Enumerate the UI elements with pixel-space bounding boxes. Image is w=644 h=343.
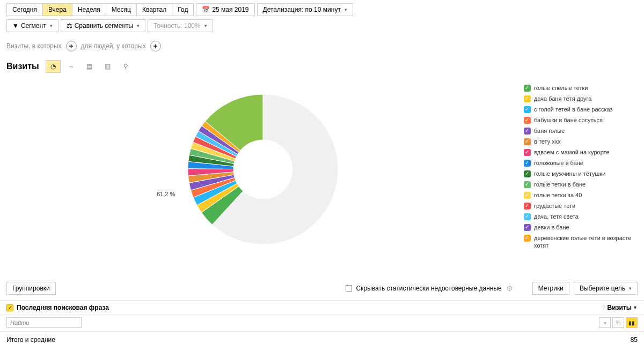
search-row: ▾ % ▮▮ — [0, 315, 644, 331]
total-label: Итого и средние — [6, 336, 55, 343]
detail-select[interactable]: Детализация: по 10 минут — [257, 3, 353, 16]
legend-label: дача баня тётя друга — [534, 95, 591, 102]
sort-desc-icon[interactable]: ▼ — [633, 305, 638, 310]
legend-check-icon[interactable] — [524, 117, 531, 124]
legend-item[interactable]: голые тетки за 40 — [524, 190, 641, 200]
search-input[interactable] — [6, 317, 82, 328]
legend[interactable]: голые спелые теткидача баня тётя другас … — [519, 78, 643, 255]
legend-check-icon[interactable] — [524, 213, 531, 220]
legend-item[interactable]: голые мужчины и тётушки — [524, 168, 641, 179]
segment-toolbar: ▼ Сегмент ⚖ Сравнить сегменты Точность: … — [0, 19, 644, 35]
legend-item[interactable]: грудастые тети — [524, 200, 641, 211]
gear-icon[interactable]: ⚙ — [506, 284, 513, 293]
donut-chart: 61,2 % — [6, 78, 519, 260]
bars-icon[interactable]: ▮▮ — [626, 317, 638, 328]
table-header: Последняя поисковая фраза ? Визиты ▼ — [0, 300, 644, 315]
legend-label: вдвоем с мамой на курорте — [534, 148, 610, 156]
legend-label: голожопые в бане — [534, 159, 583, 167]
top-toolbar: СегодняВчераНеделяМесяцКварталГод 📅 25 м… — [0, 0, 644, 19]
percent-icon[interactable]: % — [612, 317, 624, 328]
legend-check-icon[interactable] — [524, 192, 531, 199]
legend-item[interactable]: голожопые в бане — [524, 158, 641, 168]
legend-item[interactable]: в тету ххх — [524, 136, 641, 147]
legend-check-icon[interactable] — [524, 203, 531, 210]
legend-check-icon[interactable] — [524, 85, 531, 92]
add-visit-filter[interactable]: + — [66, 41, 77, 51]
legend-label: девки в бане — [534, 223, 569, 231]
date-picker[interactable]: 📅 25 мая 2019 — [196, 3, 254, 16]
legend-item[interactable]: голые спелые тетки — [524, 83, 641, 93]
select-goal-button[interactable]: Выберите цель — [574, 282, 638, 295]
legend-item[interactable]: бабушки в бане сосуться — [524, 115, 641, 125]
legend-label: в тету ххх — [534, 138, 561, 145]
period-4[interactable]: Квартал — [136, 3, 172, 16]
period-2[interactable]: Неделя — [72, 3, 106, 16]
viz-header: Визиты ◔ ～ ▤ ▥ ⚲ — [0, 57, 644, 78]
legend-check-icon[interactable] — [524, 170, 531, 177]
legend-label: голые тетки в бане — [534, 181, 586, 188]
period-group: СегодняВчераНеделяМесяцКварталГод — [6, 3, 194, 16]
filter-sentence: Визиты, в которых + для людей, у которых… — [0, 35, 644, 57]
legend-check-icon[interactable] — [524, 138, 531, 145]
visits-col-title[interactable]: Визиты — [608, 304, 632, 311]
date-label: 25 мая 2019 — [212, 6, 248, 13]
total-row: Итого и средние 85 — [0, 331, 644, 343]
legend-check-icon[interactable] — [524, 160, 531, 167]
period-0[interactable]: Сегодня — [6, 3, 42, 16]
phrase-col-title[interactable]: Последняя поисковая фраза — [17, 304, 109, 311]
chart-line-icon[interactable]: ～ — [64, 60, 79, 73]
calendar-icon: 📅 — [202, 6, 210, 13]
legend-check-icon[interactable] — [524, 106, 531, 113]
chart-area-icon[interactable]: ▤ — [82, 60, 97, 73]
funnel-icon: ▼ — [12, 22, 19, 29]
compare-icon: ⚖ — [67, 22, 72, 29]
donut-other-label: 61,2 % — [157, 191, 175, 197]
legend-label: деревенские голые тёти в возрасте хотят — [534, 234, 641, 249]
groupings-button[interactable]: Группировки — [6, 282, 56, 295]
phrase-col-checkbox[interactable] — [6, 304, 13, 311]
accuracy-button[interactable]: Точность: 100% — [148, 19, 213, 32]
total-value: 85 — [631, 336, 638, 343]
legend-check-icon[interactable] — [524, 149, 531, 156]
help-icon[interactable]: ? — [602, 305, 605, 311]
add-people-filter[interactable]: + — [150, 41, 161, 51]
legend-label: баня голые — [534, 127, 565, 135]
chart-bar-icon[interactable]: ▥ — [100, 60, 115, 73]
hide-unreliable-checkbox[interactable] — [346, 285, 352, 292]
chart-donut-icon[interactable]: ◔ — [46, 60, 61, 73]
legend-item[interactable]: деревенские голые тёти в возрасте хотят — [524, 233, 641, 251]
legend-label: бабушки в бане сосуться — [534, 116, 603, 124]
legend-check-icon[interactable] — [524, 181, 531, 188]
legend-label: голые мужчины и тётушки — [534, 170, 605, 177]
legend-item[interactable]: дача, тетя света — [524, 211, 641, 222]
period-3[interactable]: Месяц — [106, 3, 136, 16]
legend-label: голые тетки за 40 — [534, 191, 582, 199]
legend-check-icon[interactable] — [524, 235, 531, 242]
legend-check-icon[interactable] — [524, 95, 531, 102]
bottom-bar: Группировки Скрывать статистически недос… — [0, 277, 644, 300]
legend-label: дача, тетя света — [534, 213, 579, 220]
legend-check-icon[interactable] — [524, 224, 531, 231]
period-1[interactable]: Вчера — [42, 3, 72, 16]
legend-label: с голой тетей в бане рассказ — [534, 106, 613, 113]
legend-check-icon[interactable] — [524, 128, 531, 135]
legend-item[interactable]: голые тетки в бане — [524, 179, 641, 190]
legend-item[interactable]: баня голые — [524, 125, 641, 136]
segment-button[interactable]: ▼ Сегмент — [6, 19, 58, 32]
legend-item[interactable]: с голой тетей в бане рассказ — [524, 104, 641, 115]
compare-segments-button[interactable]: ⚖ Сравнить сегменты — [61, 19, 146, 32]
chart-zone: 61,2 % голые спелые теткидача баня тётя … — [0, 78, 644, 260]
legend-label: грудастые тети — [534, 202, 575, 210]
chart-map-icon[interactable]: ⚲ — [119, 60, 134, 73]
legend-item[interactable]: вдвоем с мамой на курорте — [524, 147, 641, 158]
legend-item[interactable]: дача баня тётя друга — [524, 93, 641, 104]
filter-icon[interactable]: ▾ — [599, 317, 611, 328]
period-5[interactable]: Год — [172, 3, 194, 16]
legend-label: голые спелые тетки — [534, 84, 588, 92]
metrics-button[interactable]: Метрики — [532, 282, 569, 295]
hide-unreliable-label: Скрывать статистически недостоверные дан… — [356, 285, 502, 292]
viz-title: Визиты — [6, 62, 39, 71]
legend-item[interactable]: девки в бане — [524, 222, 641, 233]
